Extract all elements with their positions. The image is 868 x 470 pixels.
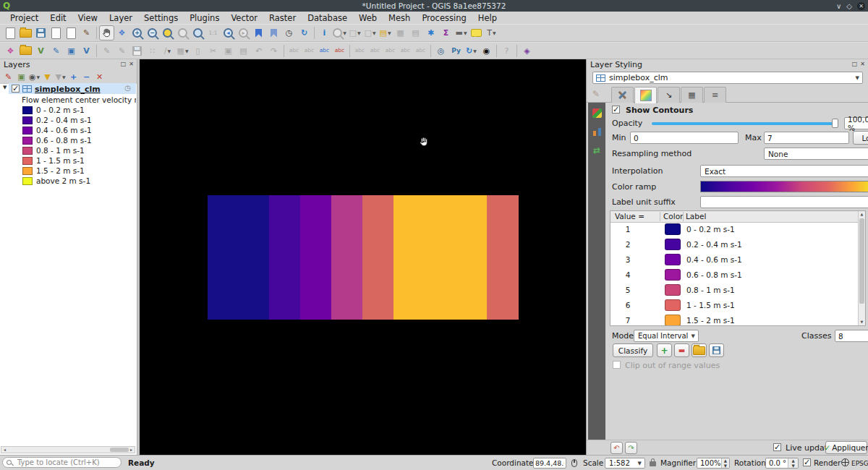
live-update-checkbox[interactable] bbox=[773, 443, 781, 451]
remove-class-button[interactable]: ▬ bbox=[674, 343, 689, 357]
pan-to-selection-icon[interactable]: ❖ bbox=[114, 25, 129, 40]
resampling-select[interactable]: None ▼ bbox=[764, 148, 868, 160]
zoom-in-icon[interactable]: + bbox=[129, 25, 145, 40]
opacity-spinbox[interactable]: 100,0 % ▲▼ bbox=[844, 117, 868, 129]
menu-raster[interactable]: Raster bbox=[263, 13, 302, 23]
apply-button[interactable]: ✓ Appliquer bbox=[825, 441, 867, 454]
mouse-tracking-icon[interactable] bbox=[571, 459, 577, 467]
refresh-map-icon[interactable]: ↻ bbox=[297, 25, 312, 40]
table-vertical-scrollbar[interactable]: ▲ ▼ bbox=[858, 211, 865, 325]
slider-handle[interactable] bbox=[832, 119, 838, 128]
menu-project[interactable]: Project bbox=[4, 13, 44, 23]
close-panel-icon[interactable]: ✕ bbox=[860, 61, 865, 67]
new-print-layout-icon[interactable] bbox=[48, 25, 64, 40]
menu-help[interactable]: Help bbox=[472, 13, 503, 23]
open-layer-styling-icon[interactable]: ✎ bbox=[2, 71, 14, 82]
color-ramp-preview[interactable] bbox=[700, 181, 868, 192]
new-shapefile-icon[interactable]: V bbox=[33, 43, 48, 59]
menu-vector[interactable]: Vector bbox=[225, 13, 263, 23]
table-row[interactable]: 20.2 - 0.4 m s-1 bbox=[610, 237, 859, 252]
tab-settings[interactable] bbox=[611, 87, 634, 103]
tab-contours[interactable] bbox=[634, 87, 657, 103]
scroll-left-icon[interactable]: ◂ bbox=[1, 447, 8, 453]
filter-legend-icon[interactable]: ▼ bbox=[41, 71, 54, 82]
style-undo-button[interactable]: ↶ bbox=[610, 442, 623, 454]
tab-rendering[interactable]: ▦ bbox=[681, 87, 703, 103]
menu-web[interactable]: Web bbox=[353, 13, 383, 23]
tab-vectors[interactable]: ↘ bbox=[658, 87, 680, 103]
col-value[interactable]: Value = bbox=[615, 212, 644, 221]
zoom-full-extent-icon[interactable] bbox=[160, 25, 175, 40]
table-row[interactable]: 71.5 - 2 m s-1 bbox=[610, 313, 859, 326]
plugin-bug-icon[interactable]: ◉ bbox=[479, 43, 494, 59]
class-color-swatch[interactable] bbox=[665, 299, 681, 311]
menu-layer[interactable]: Layer bbox=[103, 13, 138, 23]
layer-visibility-checkbox[interactable] bbox=[12, 85, 20, 93]
mode-select[interactable]: Equal Interval ▼ bbox=[634, 330, 699, 342]
scrollbar-thumb[interactable] bbox=[110, 448, 129, 452]
processing-history-icon[interactable]: ↻▼ bbox=[464, 43, 479, 59]
classify-button[interactable]: Classify bbox=[613, 343, 653, 357]
labeling-icon[interactable]: abc bbox=[317, 43, 332, 59]
new-geopackage-icon[interactable] bbox=[18, 43, 33, 59]
zoom-out-icon[interactable]: − bbox=[145, 25, 160, 40]
render-checkbox[interactable] bbox=[803, 458, 811, 466]
menu-settings[interactable]: Settings bbox=[138, 13, 184, 23]
menu-mesh[interactable]: Mesh bbox=[383, 13, 416, 23]
identify-features-icon[interactable]: i bbox=[317, 25, 332, 40]
add-class-button[interactable]: + bbox=[657, 343, 672, 357]
new-spatialite-icon[interactable]: ✎ bbox=[48, 43, 64, 59]
crs-globe-icon[interactable] bbox=[841, 458, 849, 466]
magnifier-spinbox[interactable]: 100% ▲▼ bbox=[697, 458, 730, 469]
class-color-swatch[interactable] bbox=[665, 239, 681, 250]
style-redo-button[interactable]: ↷ bbox=[625, 442, 637, 454]
spin-arrows-icon[interactable]: ▲▼ bbox=[721, 458, 729, 468]
maximize-icon[interactable]: ◇ bbox=[846, 2, 852, 10]
measure-icon[interactable]: ▬▼ bbox=[454, 25, 469, 40]
class-color-swatch[interactable] bbox=[665, 284, 681, 296]
menu-database[interactable]: Database bbox=[302, 13, 353, 23]
col-color[interactable]: Color bbox=[663, 212, 683, 221]
processing-toolbox-icon[interactable]: ✱ bbox=[423, 25, 438, 40]
3d-cube-icon[interactable] bbox=[592, 108, 602, 118]
close-icon[interactable]: ✕ bbox=[857, 2, 865, 10]
map-tips-icon[interactable] bbox=[469, 25, 484, 40]
classes-spinbox[interactable]: 8 ▲▼ bbox=[835, 330, 868, 342]
interpolation-select[interactable]: Exact ▼ bbox=[700, 165, 868, 177]
tab-averaging[interactable]: ≡ bbox=[704, 87, 726, 103]
mesh-calculator-icon[interactable]: ◈ bbox=[519, 43, 535, 59]
scrollbar-thumb[interactable] bbox=[859, 218, 864, 304]
zoom-to-layer-icon[interactable] bbox=[190, 25, 205, 40]
layer-expander-icon[interactable]: ▼ bbox=[3, 85, 7, 90]
load-classes-button[interactable] bbox=[692, 343, 707, 357]
map-canvas[interactable] bbox=[140, 59, 586, 455]
scroll-right-icon[interactable]: ▸ bbox=[128, 447, 135, 453]
pan-map-icon[interactable] bbox=[99, 25, 114, 40]
opacity-slider[interactable] bbox=[652, 117, 838, 129]
menu-plugins[interactable]: Plugins bbox=[184, 13, 225, 23]
table-row[interactable]: 50.8 - 1 m s-1 bbox=[610, 283, 859, 298]
save-classes-button[interactable] bbox=[709, 343, 724, 357]
menu-edit[interactable]: Edit bbox=[44, 13, 72, 23]
class-color-swatch[interactable] bbox=[665, 315, 681, 326]
rotation-spinbox[interactable]: 0.0 ° ▲▼ bbox=[765, 458, 799, 469]
new-virtual-layer-icon[interactable]: V bbox=[79, 43, 94, 59]
scroll-up-icon[interactable]: ▲ bbox=[859, 211, 865, 218]
new-bookmark-icon[interactable] bbox=[251, 25, 266, 40]
text-annotation-icon[interactable]: T▼ bbox=[484, 25, 499, 40]
load-button[interactable]: Load bbox=[853, 131, 868, 145]
python-console-icon[interactable]: Py bbox=[448, 43, 464, 59]
expand-all-icon[interactable]: + bbox=[67, 71, 80, 82]
table-row[interactable]: 30.4 - 0.6 m s-1 bbox=[610, 252, 859, 268]
undock-panel-icon[interactable]: □ bbox=[121, 61, 127, 67]
layers-horizontal-scrollbar[interactable]: ◂ ▸ bbox=[1, 446, 135, 453]
datasource-manager-icon[interactable]: ❖ bbox=[3, 43, 18, 59]
menu-view[interactable]: View bbox=[72, 13, 103, 23]
remove-layer-icon[interactable]: ✕ bbox=[93, 71, 106, 82]
collapse-all-icon[interactable]: − bbox=[80, 71, 93, 82]
histogram-icon[interactable] bbox=[592, 127, 602, 136]
scroll-down-icon[interactable]: ▼ bbox=[859, 319, 865, 325]
add-group-icon[interactable]: ▣ bbox=[15, 71, 27, 82]
undock-panel-icon[interactable]: □ bbox=[852, 61, 858, 67]
table-row[interactable]: 10 - 0.2 m s-1 bbox=[610, 222, 859, 237]
